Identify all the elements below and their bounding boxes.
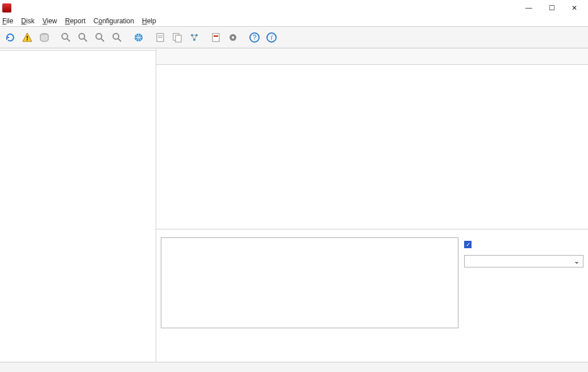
help-button[interactable]: ? bbox=[247, 30, 262, 45]
attribute-chart bbox=[161, 237, 458, 328]
net-button[interactable] bbox=[186, 30, 202, 45]
about-button[interactable]: i bbox=[264, 30, 280, 45]
tabs bbox=[156, 49, 588, 65]
svg-rect-16 bbox=[176, 35, 181, 42]
menu-view[interactable]: View bbox=[43, 17, 57, 25]
status-bar bbox=[0, 362, 588, 372]
svg-point-5 bbox=[79, 34, 85, 39]
menu-configuration[interactable]: Configuration bbox=[94, 17, 134, 25]
attribute-graph-select[interactable]: ⌄ bbox=[464, 255, 583, 267]
svg-line-6 bbox=[84, 39, 87, 41]
tool3-button[interactable] bbox=[92, 30, 108, 45]
svg-rect-21 bbox=[214, 35, 218, 37]
menubar: File Disk View Report Configuration Help bbox=[0, 16, 588, 27]
svg-rect-0 bbox=[27, 36, 28, 39]
app-icon bbox=[2, 3, 11, 12]
svg-line-10 bbox=[118, 39, 121, 41]
globe-button[interactable] bbox=[131, 30, 147, 45]
tool2-button[interactable] bbox=[75, 30, 91, 45]
tool1-button[interactable] bbox=[58, 30, 74, 45]
svg-line-4 bbox=[67, 39, 70, 41]
svg-rect-20 bbox=[212, 34, 219, 41]
report2-button[interactable] bbox=[169, 30, 185, 45]
minimize-button[interactable]: — bbox=[518, 2, 540, 14]
report-button[interactable] bbox=[152, 30, 168, 45]
menu-report[interactable]: Report bbox=[65, 17, 86, 25]
show-values-checkbox[interactable]: ✓ bbox=[464, 241, 472, 248]
settings-button[interactable] bbox=[225, 30, 241, 45]
svg-rect-1 bbox=[27, 39, 28, 40]
close-button[interactable]: ✕ bbox=[563, 2, 586, 14]
toolbar: ? i bbox=[0, 27, 588, 48]
svg-point-7 bbox=[96, 34, 102, 39]
menu-help[interactable]: Help bbox=[142, 17, 156, 25]
svg-line-8 bbox=[101, 39, 104, 41]
chevron-down-icon: ⌄ bbox=[574, 257, 579, 265]
svg-point-3 bbox=[62, 34, 68, 39]
svg-text:?: ? bbox=[253, 34, 257, 41]
warning-button[interactable] bbox=[19, 30, 35, 45]
menu-file[interactable]: File bbox=[2, 17, 13, 25]
svg-point-23 bbox=[232, 36, 234, 39]
svg-text:i: i bbox=[271, 34, 273, 41]
maximize-button[interactable]: ☐ bbox=[540, 2, 563, 14]
tool4-button[interactable] bbox=[109, 30, 125, 45]
report3-button[interactable] bbox=[208, 30, 224, 45]
menu-disk[interactable]: Disk bbox=[21, 17, 34, 25]
svg-point-9 bbox=[113, 34, 119, 39]
disk-sidebar bbox=[0, 49, 156, 362]
smart-grid[interactable] bbox=[156, 65, 588, 229]
titlebar[interactable]: — ☐ ✕ bbox=[0, 0, 588, 16]
disk-button[interactable] bbox=[36, 30, 52, 45]
refresh-button[interactable] bbox=[2, 30, 18, 45]
